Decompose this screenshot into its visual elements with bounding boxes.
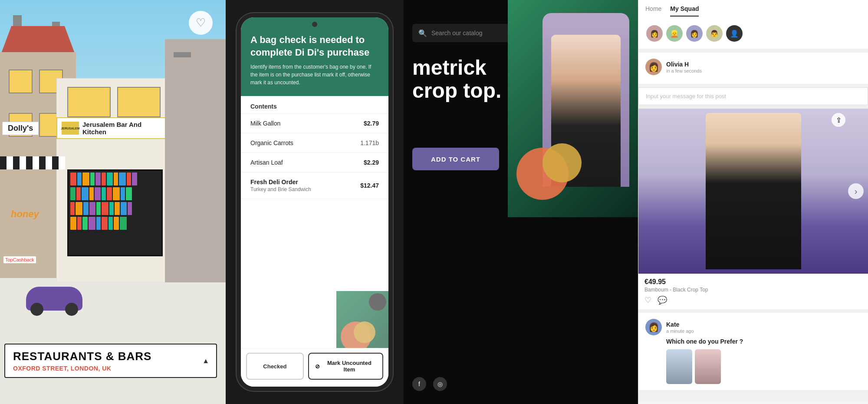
search-placeholder: Search our catalog xyxy=(431,30,483,36)
phone-screen: A bag check is needed to complete Di Di'… xyxy=(241,17,388,387)
bag-item-deli-name: Fresh Deli Order Turkey and Brie Sandwic… xyxy=(250,179,311,192)
olivia-user-info: Olivia H in a few seconds xyxy=(666,61,702,73)
location-card[interactable]: RESTAURANTS & BARS OXFORD STREET, LONDON… xyxy=(4,344,217,378)
awning xyxy=(0,156,65,169)
squad-header: Home My Squad 👩 👱 👩 👨 👤 xyxy=(638,0,868,49)
window-1 xyxy=(9,70,33,93)
topcashback-label: TopCashback xyxy=(3,256,36,263)
bag-item-milk[interactable]: Milk Gallon $2.79 xyxy=(241,114,388,133)
favorite-button[interactable]: ♡ xyxy=(189,11,213,35)
uncounted-label: Mark Uncounted Item xyxy=(322,360,376,373)
nav-home[interactable]: Home xyxy=(645,5,661,17)
facebook-icon[interactable]: f xyxy=(412,377,426,391)
panel-bag-check: A bag check is needed to complete Di Di'… xyxy=(226,0,404,404)
product-card-info: €49.95 Bamboum - Black Crop Top ♡ 💬 xyxy=(638,274,868,309)
kate-avatar: 👩 xyxy=(645,319,662,335)
bag-item-milk-name: Milk Gallon xyxy=(250,120,280,127)
product-heart-icon[interactable]: ♡ xyxy=(644,295,651,305)
share-icon: ⇪ xyxy=(836,116,842,124)
restaurant-name: Jerusalem Bar And Kitchen xyxy=(82,121,164,136)
phone-camera xyxy=(312,22,317,27)
squad-avatar-1[interactable]: 👩 xyxy=(645,24,664,43)
option-image-1[interactable] xyxy=(666,349,692,384)
location-title: RESTAURANTS & BARS xyxy=(13,350,208,363)
kate-user-row: 👩 Kate a minute ago xyxy=(645,319,861,335)
instagram-icon[interactable]: ◎ xyxy=(433,377,447,391)
squad-avatar-user[interactable]: 👤 xyxy=(725,24,743,43)
bag-item-carrots-name: Organic Carrots xyxy=(250,139,293,146)
bag-action-buttons: Checked ⊘ Mark Uncounted Item xyxy=(241,348,388,387)
bag-item-loaf-price: $2.29 xyxy=(364,159,379,166)
squad-nav: Home My Squad xyxy=(645,5,861,17)
message-input-placeholder: Input your message for this post xyxy=(646,93,861,99)
dolly-sign: Dolly's xyxy=(2,122,39,135)
product-background xyxy=(508,0,638,217)
bag-check-header: A bag check is needed to complete Di Di'… xyxy=(241,17,388,96)
panel-my-squad: Home My Squad 👩 👱 👩 👨 👤 xyxy=(638,0,868,404)
product-comment-icon[interactable]: 💬 xyxy=(658,295,667,305)
product-image-area xyxy=(508,0,638,217)
window-building-center-2 xyxy=(117,87,161,117)
building-right xyxy=(165,39,226,282)
jerusalem-sign: JERUSALEM Jerusalem Bar And Kitchen xyxy=(56,117,169,139)
bookshelf xyxy=(67,169,163,256)
product-actions: ♡ 💬 xyxy=(644,295,862,305)
model-figure xyxy=(706,113,801,269)
kate-message: 👩 Kate a minute ago Which one do you Pre… xyxy=(638,313,868,390)
bag-items-header: Contents xyxy=(241,96,388,114)
nav-my-squad[interactable]: My Squad xyxy=(670,5,699,17)
kate-question: Which one do you Prefer ? xyxy=(645,338,861,345)
product-card-image: › ⇪ xyxy=(638,109,868,274)
phone-device: A bag check is needed to complete Di Di'… xyxy=(237,13,393,391)
honey-sign: honey xyxy=(11,209,39,220)
kate-time: a minute ago xyxy=(666,328,694,334)
uncounted-icon: ⊘ xyxy=(315,363,320,370)
bag-check-description: Identify items from the customer's bag o… xyxy=(250,63,379,86)
olivia-message: 👩 Olivia H in a few seconds xyxy=(638,53,868,84)
olivia-time: in a few seconds xyxy=(666,68,702,73)
fruit-preview xyxy=(336,291,388,356)
squad-avatar-4[interactable]: 👨 xyxy=(705,24,723,43)
bag-item-deli-price: $12.47 xyxy=(360,182,379,189)
olivia-avatar: 👩 xyxy=(645,59,662,75)
car xyxy=(26,287,82,311)
search-icon: 🔍 xyxy=(418,29,427,37)
mark-uncounted-button[interactable]: ⊘ Mark Uncounted Item xyxy=(308,353,383,380)
share-button[interactable]: ⇪ xyxy=(832,113,845,127)
bag-item-loaf[interactable]: Artisan Loaf $2.29 xyxy=(241,153,388,172)
next-product-button[interactable]: › xyxy=(848,183,864,199)
bag-item-carrots[interactable]: Organic Carrots 1.171b xyxy=(241,133,388,153)
squad-content: 👩 Olivia H in a few seconds Input your m… xyxy=(638,49,868,401)
grape-cluster xyxy=(369,293,386,311)
product-price: €49.95 xyxy=(644,278,862,286)
kate-options-row xyxy=(645,345,861,384)
squad-avatar-3[interactable]: 👩 xyxy=(685,24,704,43)
jerusalem-logo: JERUSALEM xyxy=(62,122,79,135)
window-building-center xyxy=(67,87,111,117)
panel-product: Sign In 🔍 Search our catalog metrick cro… xyxy=(404,0,638,404)
bag-item-loaf-name: Artisan Loaf xyxy=(250,159,283,166)
bag-check-title: A bag check is needed to complete Di Di'… xyxy=(250,34,379,59)
location-subtitle: OXFORD STREET, LONDON, UK xyxy=(13,365,208,372)
social-links: f ◎ xyxy=(412,377,447,391)
olivia-user-row: 👩 Olivia H in a few seconds xyxy=(645,59,861,75)
message-input-area[interactable]: Input your message for this post xyxy=(638,87,868,105)
chimney-right-top xyxy=(174,52,191,57)
decoration-yellow xyxy=(542,143,582,182)
olivia-name: Olivia H xyxy=(666,61,702,68)
collapse-arrow[interactable]: ▲ xyxy=(202,357,209,365)
option-image-2[interactable] xyxy=(695,349,721,384)
model-image-area xyxy=(638,109,868,274)
checked-button[interactable]: Checked xyxy=(246,353,304,380)
fruit-circle-yellow xyxy=(354,321,375,343)
bag-item-deli[interactable]: Fresh Deli Order Turkey and Brie Sandwic… xyxy=(241,172,388,199)
kate-user-info: Kate a minute ago xyxy=(666,321,694,334)
add-to-cart-button[interactable]: ADD TO CART xyxy=(412,148,499,170)
squad-avatars-row: 👩 👱 👩 👨 👤 xyxy=(645,20,861,49)
squad-avatar-2[interactable]: 👱 xyxy=(665,24,684,43)
bag-item-carrots-price: 1.171b xyxy=(360,139,379,146)
panel-restaurants: Dolly's JERUSALEM Jerusalem Bar And Kitc… xyxy=(0,0,226,404)
kate-name: Kate xyxy=(666,321,694,328)
bag-item-milk-price: $2.79 xyxy=(364,120,379,127)
product-name: Bamboum - Black Crop Top xyxy=(644,287,862,293)
